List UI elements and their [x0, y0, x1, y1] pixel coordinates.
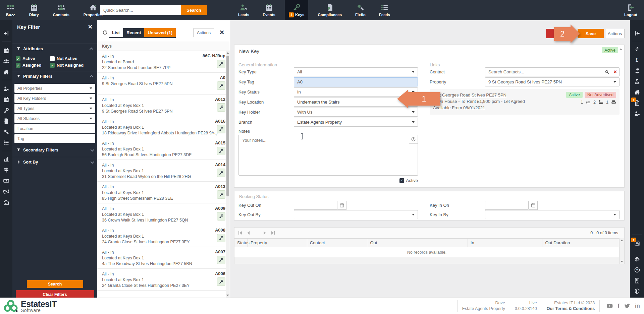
rail-feeds-icon[interactable] [3, 139, 10, 146]
rail-contacts-icon[interactable] [3, 58, 10, 65]
tab-list[interactable]: List [109, 28, 123, 37]
logout-button[interactable]: Logout [620, 0, 641, 20]
rail-pound-icon[interactable]: £ [633, 56, 641, 64]
rail-viewings-icon[interactable] [3, 198, 10, 206]
list-item[interactable]: All - In Located at Keys Box 1 56 Burlei… [97, 138, 230, 160]
list-item[interactable]: All - In Located at Keys Box 1 18 Rideaw… [97, 116, 230, 138]
rail-sales-icon[interactable] [3, 177, 10, 184]
checkbox-active[interactable]: ✓Active [16, 56, 35, 61]
rail-save-icon[interactable]: 1 [633, 239, 641, 247]
collapse-panel-icon[interactable] [619, 48, 623, 50]
office-icon[interactable] [633, 277, 641, 284]
key-in-on-input[interactable] [488, 203, 525, 208]
property-link[interactable]: 9 St Georges Road St Ives PE27 5PN [433, 92, 566, 98]
branch-select[interactable]: Estate Agents Property [294, 118, 418, 127]
key-out-by-select[interactable] [294, 210, 418, 219]
table-vscrollbar[interactable] [619, 238, 624, 264]
table-column-out[interactable]: Out [367, 239, 468, 247]
all-properties-select[interactable]: All Properties [14, 84, 95, 93]
rail-walker-icon[interactable] [633, 46, 641, 53]
actions-button[interactable]: Actions [605, 29, 625, 38]
table-column-in[interactable]: In [468, 239, 543, 247]
location-input[interactable] [17, 126, 92, 131]
all-types-select[interactable]: All Types [14, 104, 95, 113]
contact-clear-button[interactable]: ✕ [611, 68, 619, 76]
key-in-on-calendar-button[interactable] [529, 201, 538, 210]
quick-search-input[interactable] [100, 5, 181, 15]
filter-search-button[interactable]: Search [27, 280, 83, 288]
twitter-icon[interactable] [624, 303, 631, 309]
rail-reports-icon[interactable] [3, 155, 10, 163]
contact-search-input[interactable] [485, 69, 603, 74]
nav-item-buzz[interactable]: Buzz [2, 0, 19, 20]
close-list-icon[interactable]: ✕ [219, 29, 224, 36]
rail-keys-icon[interactable] [3, 107, 10, 114]
checkbox-not-active[interactable]: Not Active [50, 56, 77, 61]
key-in-by-select[interactable] [485, 210, 620, 219]
list-item[interactable]: All - In Located at Keys Box 1 9 St Geor… [97, 95, 230, 116]
rail-leads-icon[interactable] [3, 85, 10, 92]
rail-payments-icon[interactable] [633, 67, 641, 74]
collapse-panel-icon[interactable] [633, 29, 641, 37]
table-column-contact[interactable]: Contact [307, 239, 368, 247]
key-type-select[interactable]: All [294, 67, 418, 76]
rail-property-icon[interactable] [633, 88, 641, 96]
pagination-first-button[interactable] [238, 231, 242, 235]
linkedin-icon[interactable]: in [635, 303, 640, 309]
facebook-icon[interactable]: f [618, 303, 620, 309]
settings-gear-icon[interactable] [633, 255, 641, 263]
table-column-out-duration[interactable]: Out Duration [542, 239, 619, 247]
contact-search-button[interactable] [603, 68, 611, 76]
nav-item-feeds[interactable]: Feeds [375, 0, 394, 20]
notes-history-button[interactable] [409, 135, 418, 144]
sort-by-section-header[interactable]: Sort By [12, 157, 97, 167]
property-select[interactable]: 9 St Georges Road St Ives PE27 5PN [485, 77, 620, 86]
privacy-shield-icon[interactable] [633, 288, 641, 295]
scroll-up-icon[interactable] [226, 52, 229, 54]
all-key-holders-select[interactable]: All Key Holders [14, 94, 95, 103]
list-item[interactable]: All - In Located at Keys Box 1 31 Somers… [97, 160, 230, 182]
nav-item-fixflo[interactable]: Fixflo [351, 0, 370, 20]
key-tag-input[interactable] [297, 79, 415, 84]
brand-logo[interactable]: EstatesIT Software [3, 300, 57, 313]
close-filter-icon[interactable]: ✕ [88, 23, 93, 30]
attributes-section-header[interactable]: Attributes [12, 44, 97, 54]
pagination-last-button[interactable] [271, 231, 275, 235]
rail-lettings-icon[interactable] [3, 188, 10, 195]
list-item[interactable]: All - In Located at Keys Box 1 24 Granta… [97, 269, 230, 291]
secondary-filters-section-header[interactable]: Secondary Filters [12, 145, 97, 155]
checkbox-assigned[interactable]: ✓Assigned [16, 63, 41, 68]
rail-notes-icon[interactable]: 2 [633, 99, 641, 107]
nav-item-keys[interactable]: 1Keys [285, 0, 309, 20]
rail-events-icon[interactable] [3, 96, 10, 103]
youtube-icon[interactable] [606, 303, 613, 309]
primary-filters-section-header[interactable]: Primary Filters [12, 71, 97, 81]
rail-diary-icon[interactable] [3, 47, 10, 54]
nav-item-leads[interactable]: Leads [234, 0, 253, 20]
pagination-prev-button[interactable] [247, 231, 250, 235]
list-item[interactable]: All - In Located at Board 22 Sundorne Ro… [97, 51, 230, 73]
all-statuses-select[interactable]: All Statuses [14, 114, 95, 123]
scrollbar-thumb[interactable] [226, 56, 229, 196]
checkbox-not-assigned[interactable]: ✓Not Assigned [50, 63, 84, 68]
scroll-up-icon[interactable] [621, 240, 623, 241]
tag-input[interactable] [17, 136, 92, 141]
list-item[interactable]: All - In 9 St Georges Road St Ives PE27 … [97, 73, 230, 95]
list-item[interactable]: All - In Located at Keys Box 1 4a The Br… [97, 247, 230, 269]
list-scrollbar[interactable] [226, 51, 230, 298]
scroll-down-icon[interactable] [621, 261, 623, 262]
rail-fixflo-icon[interactable] [3, 128, 10, 135]
rail-applicant-icon[interactable] [633, 110, 641, 117]
rail-contact-icon[interactable] [633, 78, 641, 85]
notes-textarea[interactable] [239, 135, 418, 175]
nav-item-events[interactable]: Events [259, 0, 279, 20]
table-hscrollbar[interactable] [234, 257, 619, 264]
quick-search-button[interactable]: Search [181, 5, 207, 15]
tab-unsaved[interactable]: Unsaved (1) [144, 28, 176, 37]
table-column-status[interactable]: Status [234, 239, 248, 247]
table-column-property[interactable]: Property [248, 239, 307, 247]
help-icon[interactable] [633, 266, 641, 273]
list-item[interactable]: All - In Located at Keys Box 1 85 High S… [97, 182, 230, 203]
nav-item-diary[interactable]: Diary [25, 0, 43, 20]
active-checkbox-row[interactable]: ✓ Active [238, 178, 418, 183]
